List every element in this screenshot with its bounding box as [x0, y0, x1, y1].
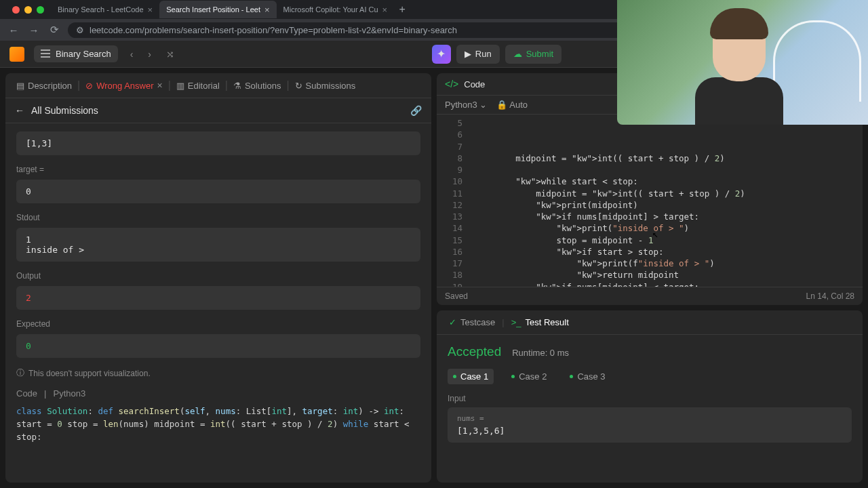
editor-status-bar: Saved Ln 14, Col 28	[437, 287, 863, 305]
code-label: Code	[464, 79, 485, 89]
code-line[interactable]: "kw">if nums[midpoint] < target:	[475, 281, 857, 287]
chevron-down-icon: ⌄	[479, 100, 487, 110]
prev-problem-button[interactable]: ‹	[127, 46, 136, 62]
value: 0	[26, 186, 31, 197]
close-icon[interactable]: ×	[382, 5, 388, 15]
code-line[interactable]: "kw">while start < stop:	[475, 176, 857, 187]
doc-icon: ▤	[16, 81, 24, 91]
back-arrow-icon: ←	[15, 105, 24, 116]
value: 2	[26, 293, 31, 303]
code-content[interactable]: ↖ midpoint = "kw">int(( start + stop ) /…	[469, 115, 863, 287]
tab-testcase[interactable]: ✓Testcase	[445, 316, 499, 329]
code-line[interactable]: "kw">if start > stop:	[475, 246, 857, 258]
separator: |	[286, 79, 289, 92]
line-gutter: 567891011121314151617181920	[437, 115, 469, 287]
result-tabs-row: ✓Testcase | >_Test Result	[437, 310, 863, 335]
case-tab-2[interactable]: Case 2	[506, 369, 552, 384]
code-line[interactable]: stop = midpoint - 1	[475, 235, 857, 246]
shuffle-button[interactable]: ⤭	[163, 46, 177, 62]
tab-title: Binary Search - LeetCode	[58, 5, 144, 14]
code-line[interactable]: midpoint = "kw">int(( start + stop ) / 2…	[475, 188, 857, 199]
window-maximize-icon[interactable]	[37, 6, 44, 14]
input-nums-box: [1,3]	[16, 131, 420, 155]
reload-button[interactable]: ⟳	[47, 23, 61, 37]
play-icon: ▶	[465, 49, 471, 59]
code-line[interactable]: "kw">print("inside of > ")	[475, 222, 857, 234]
separator: |	[168, 79, 171, 92]
case-label: Case 1	[460, 371, 488, 382]
tab-label: Testcase	[460, 317, 495, 327]
case-tabs: Case 1 Case 2 Case 3	[448, 369, 852, 384]
playlist-name: Binary Search	[56, 49, 111, 59]
case-tab-3[interactable]: Case 3	[564, 369, 610, 384]
traffic-lights	[5, 6, 51, 14]
new-tab-button[interactable]: +	[394, 3, 410, 16]
auto-toggle[interactable]: 🔒 Auto	[496, 100, 528, 110]
input-label: Input	[448, 394, 852, 403]
expected-label: Expected	[16, 319, 420, 329]
x-circle-icon: ⊘	[85, 81, 93, 91]
code-line[interactable]: "kw">if nums[midpoint] > target:	[475, 211, 857, 222]
language-selector[interactable]: Python3 ⌄	[445, 100, 487, 110]
tab-solutions[interactable]: ⚗Solutions	[229, 79, 285, 92]
status-dot-icon	[511, 375, 515, 378]
link-icon[interactable]: 🔗	[410, 105, 422, 116]
check-icon: ✓	[449, 317, 456, 327]
browser-tab-1[interactable]: Search Insert Position - Leet ×	[159, 1, 276, 18]
close-icon[interactable]: ×	[148, 5, 153, 15]
code-editor[interactable]: 567891011121314151617181920 ↖ midpoint =…	[437, 115, 863, 287]
case-label: Case 2	[519, 371, 547, 382]
submit-button[interactable]: ☁ Submit	[505, 45, 561, 64]
code-line[interactable]: midpoint = "kw">int(( start + stop ) / 2…	[475, 152, 857, 164]
submit-label: Submit	[526, 49, 553, 59]
ai-assist-button[interactable]: ✦	[432, 45, 451, 64]
window-minimize-icon[interactable]	[24, 6, 32, 14]
lock-icon: 🔒	[496, 100, 507, 110]
next-problem-button[interactable]: ›	[145, 46, 154, 62]
code-line[interactable]: "kw">print(f"inside of > ")	[475, 258, 857, 269]
run-button[interactable]: ▶ Run	[456, 45, 500, 64]
tab-editorial[interactable]: ▥Editorial	[172, 79, 224, 92]
tab-submissions[interactable]: ↻Submissions	[291, 79, 360, 92]
submitted-code: class Solution: def searchInsert(self, n…	[16, 405, 420, 443]
leetcode-logo-icon[interactable]	[9, 47, 24, 62]
separator: |	[225, 79, 228, 92]
tab-label: Test Result	[526, 317, 569, 327]
run-label: Run	[475, 49, 492, 59]
browser-tab-2[interactable]: Microsoft Copilot: Your AI Cu ×	[277, 1, 395, 18]
separator: |	[44, 388, 46, 399]
code-line[interactable]: "kw">print(midpoint)	[475, 199, 857, 211]
case-label: Case 3	[577, 371, 605, 382]
site-settings-icon[interactable]: ⚙	[76, 25, 84, 35]
person-silhouette	[692, 14, 787, 125]
input-box: nums = [1,3,5,6]	[448, 407, 852, 443]
close-icon[interactable]: ×	[264, 5, 270, 15]
back-button[interactable]: ←	[7, 23, 20, 37]
status-dot-icon	[453, 375, 456, 378]
tab-description[interactable]: ▤Description	[12, 79, 76, 92]
close-icon[interactable]: ×	[157, 80, 162, 91]
var-label: nums =	[457, 414, 842, 423]
tab-wrong-answer[interactable]: ⊘Wrong Answer×	[81, 79, 166, 92]
left-panel: ▤Description | ⊘Wrong Answer× | ▥Editori…	[5, 73, 431, 483]
input-section: Input nums = [1,3,5,6]	[448, 394, 852, 443]
window-close-icon[interactable]	[12, 6, 20, 14]
clock-icon: ↻	[295, 81, 302, 91]
tab-title: Search Insert Position - Leet	[166, 5, 260, 14]
lang-label: Python3	[53, 388, 85, 399]
case-tab-1[interactable]: Case 1	[448, 369, 494, 384]
status-text: Accepted	[448, 344, 501, 359]
all-submissions-row[interactable]: ← All Submissions 🔗	[5, 98, 431, 123]
cloud-upload-icon: ☁	[513, 49, 522, 59]
problem-list-chip[interactable]: Binary Search	[34, 45, 118, 62]
visualization-note: ⓘThis doesn't support visualization.	[16, 367, 420, 379]
tab-test-result[interactable]: >_Test Result	[507, 316, 573, 329]
saved-status: Saved	[445, 291, 468, 301]
code-line[interactable]	[475, 164, 857, 176]
browser-tab-0[interactable]: Binary Search - LeetCode ×	[51, 1, 159, 18]
forward-button[interactable]: →	[27, 23, 41, 37]
tab-label: Editorial	[188, 81, 220, 91]
status-dot-icon	[570, 375, 573, 378]
target-label: target =	[16, 165, 420, 174]
code-line[interactable]: "kw">return midpoint	[475, 269, 857, 281]
